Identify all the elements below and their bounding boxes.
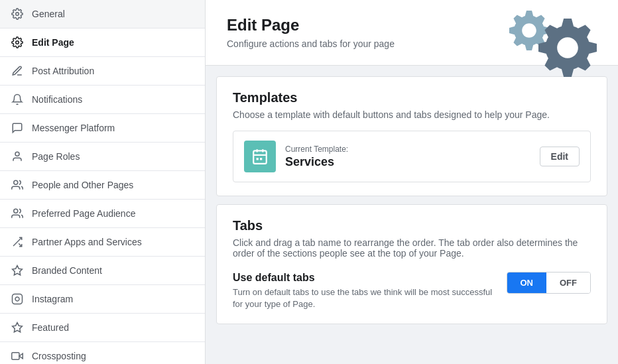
template-left: Current Template: Services xyxy=(244,141,348,172)
people-and-other-pages-icon xyxy=(11,178,24,192)
gear-large-icon xyxy=(538,19,597,77)
sidebar-item-label-branded-content: Branded Content xyxy=(32,265,102,276)
svg-rect-17 xyxy=(257,158,259,160)
default-tabs-row: Use default tabs Turn on default tabs to… xyxy=(233,272,591,310)
svg-rect-12 xyxy=(12,353,19,360)
svg-point-0 xyxy=(16,13,19,16)
sidebar-item-people-and-other-pages[interactable]: People and Other Pages xyxy=(0,171,205,200)
post-attribution-icon xyxy=(11,64,24,78)
messenger-platform-icon xyxy=(11,121,24,135)
sidebar-item-preferred-page-audience[interactable]: Preferred Page Audience xyxy=(0,200,205,228)
crossposting-icon xyxy=(11,349,24,363)
sidebar-item-messenger-platform[interactable]: Messenger Platform xyxy=(0,114,205,143)
header-section: Edit Page Configure actions and tabs for… xyxy=(206,0,618,66)
current-template-label: Current Template: xyxy=(285,145,348,154)
sidebar-item-partner-apps-and-services[interactable]: Partner Apps and Services xyxy=(0,228,205,257)
template-info: Current Template: Services xyxy=(285,145,348,169)
sidebar-item-label-partner-apps-and-services: Partner Apps and Services xyxy=(32,237,142,247)
current-template-value: Services xyxy=(285,155,348,169)
branded-content-icon xyxy=(11,264,24,277)
general-icon xyxy=(11,7,24,21)
sidebar-item-label-featured: Featured xyxy=(32,322,69,333)
tabs-title: Tabs xyxy=(233,218,591,233)
default-tabs-text: Use default tabs Turn on default tabs to… xyxy=(233,272,496,310)
templates-description: Choose a template with default buttons a… xyxy=(233,109,591,120)
sidebar-item-label-instagram: Instagram xyxy=(32,294,73,304)
svg-rect-8 xyxy=(13,294,23,304)
sidebar-item-crossposting[interactable]: Crossposting xyxy=(0,342,205,364)
tabs-description: Click and drag a tab name to rearrange t… xyxy=(233,237,591,259)
sidebar-item-notifications[interactable]: Notifications xyxy=(0,86,205,114)
template-icon xyxy=(244,141,276,172)
sidebar-item-label-edit-page: Edit Page xyxy=(32,37,74,48)
default-tabs-toggle[interactable]: ON OFF xyxy=(507,272,591,294)
sidebar-item-label-preferred-page-audience: Preferred Page Audience xyxy=(32,208,135,219)
main-content: Edit Page Configure actions and tabs for… xyxy=(206,0,618,364)
sidebar-item-label-people-and-other-pages: People and Other Pages xyxy=(32,180,133,190)
tabs-section: Tabs Click and drag a tab name to rearra… xyxy=(216,204,607,324)
template-edit-button[interactable]: Edit xyxy=(540,147,580,166)
svg-point-4 xyxy=(14,209,18,213)
use-default-tabs-label: Use default tabs xyxy=(233,272,496,284)
sidebar-item-label-general: General xyxy=(32,9,65,19)
toggle-off-button[interactable]: OFF xyxy=(546,273,590,293)
sidebar-item-label-messenger-platform: Messenger Platform xyxy=(32,123,115,133)
sidebar-item-branded-content[interactable]: Branded Content xyxy=(0,257,205,285)
svg-point-3 xyxy=(14,180,18,184)
svg-marker-10 xyxy=(13,323,23,332)
calendar-icon xyxy=(251,148,269,165)
svg-point-2 xyxy=(15,152,19,156)
instagram-icon xyxy=(11,292,24,306)
notifications-icon xyxy=(11,93,24,106)
svg-rect-18 xyxy=(260,158,262,160)
sidebar-item-featured[interactable]: Featured xyxy=(0,314,205,342)
sidebar-item-instagram[interactable]: Instagram xyxy=(0,285,205,314)
templates-section: Templates Choose a template with default… xyxy=(216,76,607,196)
svg-marker-11 xyxy=(19,353,23,359)
sidebar-item-label-post-attribution: Post Attribution xyxy=(32,66,94,76)
sidebar-item-page-roles[interactable]: Page Roles xyxy=(0,143,205,171)
toggle-on-button[interactable]: ON xyxy=(507,273,547,293)
svg-point-1 xyxy=(16,41,19,44)
svg-rect-13 xyxy=(253,151,267,164)
page-roles-icon xyxy=(11,150,24,163)
sidebar-item-label-page-roles: Page Roles xyxy=(32,151,80,162)
header-text: Edit Page Configure actions and tabs for… xyxy=(227,16,395,49)
sidebar-item-post-attribution[interactable]: Post Attribution xyxy=(0,57,205,86)
page-title: Edit Page xyxy=(227,16,395,34)
edit-page-icon xyxy=(11,36,24,49)
use-default-tabs-description: Turn on default tabs to use the tabs we … xyxy=(233,286,496,310)
sidebar: GeneralEdit PagePost AttributionNotifica… xyxy=(0,0,206,364)
page-description: Configure actions and tabs for your page xyxy=(227,38,395,49)
gear-illustration xyxy=(511,11,597,77)
sidebar-item-edit-page[interactable]: Edit Page xyxy=(0,29,205,57)
template-card: Current Template: Services Edit xyxy=(233,131,591,182)
partner-apps-and-services-icon xyxy=(11,235,24,249)
templates-title: Templates xyxy=(233,90,591,105)
featured-icon xyxy=(11,321,24,334)
sidebar-item-general[interactable]: General xyxy=(0,0,205,29)
preferred-page-audience-icon xyxy=(11,207,24,220)
sidebar-item-label-crossposting: Crossposting xyxy=(32,351,86,361)
svg-marker-7 xyxy=(13,266,23,275)
sidebar-item-label-notifications: Notifications xyxy=(32,94,82,105)
